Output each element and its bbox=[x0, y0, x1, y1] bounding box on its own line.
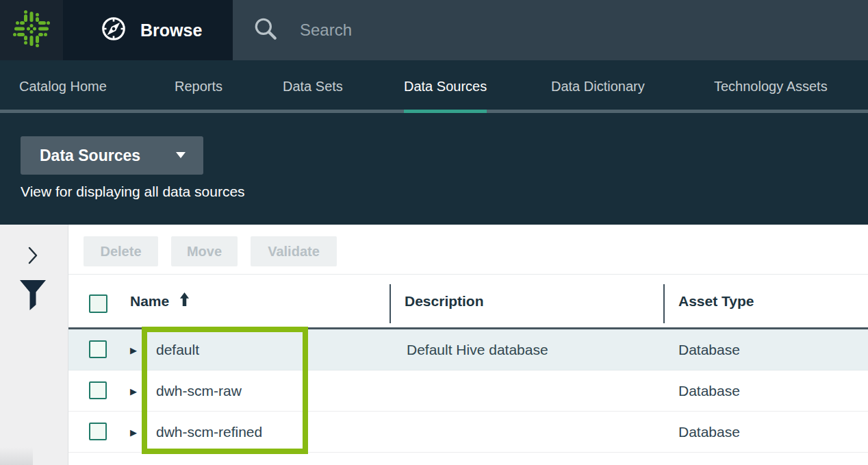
search-icon bbox=[253, 16, 278, 44]
select-all-checkbox[interactable] bbox=[89, 294, 107, 313]
tab-label: Reports bbox=[175, 79, 222, 95]
validate-button[interactable]: Validate bbox=[251, 236, 337, 266]
cell-name[interactable]: dwh-scm-refined bbox=[156, 412, 262, 453]
chevron-down-icon bbox=[176, 151, 186, 161]
tab-data-dictionary[interactable]: Data Dictionary bbox=[551, 60, 645, 113]
delete-button[interactable]: Delete bbox=[84, 236, 158, 266]
view-selector-label: Data Sources bbox=[40, 147, 140, 165]
column-divider bbox=[663, 284, 665, 323]
column-header-label: Description bbox=[405, 293, 484, 310]
tab-label: Technology Assets bbox=[714, 79, 828, 95]
primary-nav: Catalog Home Reports Data Sets Data Sour… bbox=[0, 60, 868, 113]
tab-catalog-home[interactable]: Catalog Home bbox=[19, 60, 107, 113]
row-checkbox[interactable] bbox=[89, 381, 107, 399]
cell-asset-type: Database bbox=[678, 412, 740, 453]
column-header-description[interactable]: Description bbox=[405, 275, 484, 327]
search-bar[interactable] bbox=[233, 0, 868, 60]
table-row[interactable]: ▶ dwh-scm-refined Database bbox=[68, 412, 868, 453]
tab-label: Data Sets bbox=[283, 79, 343, 95]
row-checkbox[interactable] bbox=[89, 340, 107, 358]
tab-reports[interactable]: Reports bbox=[175, 60, 222, 113]
column-header-name[interactable]: Name bbox=[130, 275, 190, 327]
expand-sidebar-button[interactable] bbox=[23, 245, 42, 267]
cell-asset-type: Database bbox=[678, 370, 740, 412]
sort-ascending-icon bbox=[179, 292, 190, 310]
top-bar: Browse bbox=[0, 0, 868, 60]
view-subtitle: View for displaying all data sources bbox=[21, 184, 245, 200]
row-checkbox[interactable] bbox=[89, 423, 107, 440]
data-sources-panel: Delete Move Validate Name Description As… bbox=[68, 225, 868, 465]
column-header-asset-type[interactable]: Asset Type bbox=[678, 275, 754, 327]
cell-name[interactable]: dwh-scm-raw bbox=[156, 370, 242, 412]
logo-icon bbox=[12, 10, 51, 51]
tab-data-sets[interactable]: Data Sets bbox=[283, 60, 343, 113]
cell-description: Default Hive database bbox=[407, 329, 548, 370]
browse-label: Browse bbox=[140, 21, 202, 40]
active-tab-underline bbox=[404, 110, 487, 113]
column-divider bbox=[390, 284, 391, 323]
tab-label: Catalog Home bbox=[19, 79, 107, 95]
search-input[interactable] bbox=[300, 21, 779, 40]
row-expand-icon[interactable]: ▶ bbox=[130, 370, 144, 412]
column-header-label: Asset Type bbox=[678, 293, 754, 310]
browse-menu-button[interactable]: Browse bbox=[65, 0, 233, 60]
tab-label: Data Sources bbox=[404, 79, 487, 95]
app-logo[interactable] bbox=[0, 0, 63, 60]
table-header-row: Name Description Asset Type bbox=[68, 275, 868, 327]
filter-funnel-icon bbox=[19, 303, 47, 313]
tab-label: Data Dictionary bbox=[551, 79, 645, 95]
filter-sidebar-collapsed bbox=[0, 225, 68, 465]
row-expand-icon[interactable]: ▶ bbox=[130, 329, 144, 370]
column-header-label: Name bbox=[130, 293, 169, 310]
cell-name[interactable]: default bbox=[156, 329, 199, 370]
cell-asset-type: Database bbox=[678, 329, 740, 370]
main-content: Delete Move Validate Name Description As… bbox=[0, 225, 868, 465]
view-header: Data Sources View for displaying all dat… bbox=[0, 113, 868, 225]
filter-button[interactable] bbox=[19, 279, 47, 311]
view-selector-button[interactable]: Data Sources bbox=[21, 136, 203, 175]
move-button[interactable]: Move bbox=[171, 236, 238, 266]
row-expand-icon[interactable]: ▶ bbox=[130, 412, 144, 453]
tab-data-sources[interactable]: Data Sources bbox=[404, 60, 487, 113]
compass-icon bbox=[99, 14, 128, 46]
table-row[interactable]: ▶ default Default Hive database Database bbox=[68, 329, 868, 370]
table-row[interactable]: ▶ dwh-scm-raw Database bbox=[68, 370, 868, 412]
tab-technology-assets[interactable]: Technology Assets bbox=[714, 60, 828, 113]
chevron-right-icon bbox=[27, 257, 38, 267]
